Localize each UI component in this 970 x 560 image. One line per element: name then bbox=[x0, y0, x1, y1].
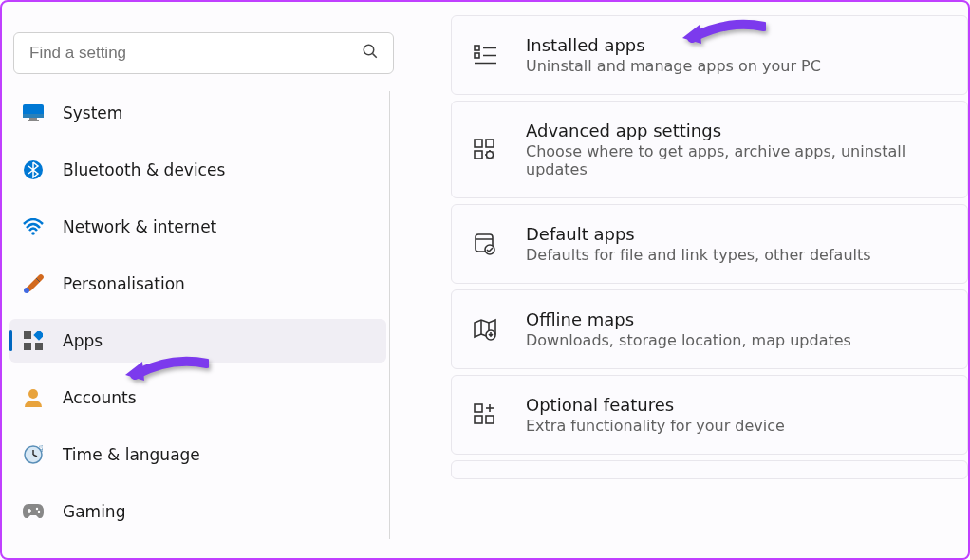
nav-label: Bluetooth & devices bbox=[63, 160, 225, 179]
optional-features-icon bbox=[473, 402, 497, 427]
card-title: Offline maps bbox=[526, 309, 946, 329]
card-offline-maps[interactable]: Offline maps Downloads, storage location… bbox=[451, 289, 968, 369]
card-sub: Uninstall and manage apps on your PC bbox=[526, 57, 946, 75]
svg-rect-37 bbox=[475, 404, 482, 412]
installed-apps-icon bbox=[473, 43, 497, 67]
card-sub: Extra functionality for your device bbox=[526, 417, 946, 435]
nav-label: System bbox=[63, 103, 122, 122]
svg-rect-27 bbox=[475, 140, 482, 147]
card-sub: Choose where to get apps, archive apps, … bbox=[526, 142, 946, 178]
svg-point-7 bbox=[31, 232, 35, 235]
svg-rect-4 bbox=[29, 118, 37, 120]
system-icon bbox=[23, 103, 44, 123]
card-text: Offline maps Downloads, storage location… bbox=[526, 309, 946, 349]
card-title: Installed apps bbox=[526, 35, 946, 55]
nav-label: Accounts bbox=[63, 388, 137, 407]
svg-point-13 bbox=[28, 389, 38, 399]
card-advanced-app-settings[interactable]: Advanced app settings Choose where to ge… bbox=[451, 101, 968, 198]
svg-rect-11 bbox=[24, 343, 31, 350]
svg-rect-5 bbox=[28, 120, 39, 121]
search-field[interactable] bbox=[13, 32, 394, 74]
sidebar-item-network[interactable]: Network & internet bbox=[9, 205, 386, 249]
bluetooth-icon bbox=[23, 159, 44, 180]
clock-icon: 字 bbox=[23, 444, 44, 465]
sidebar-item-accounts[interactable]: Accounts bbox=[9, 376, 386, 420]
brush-icon bbox=[23, 273, 44, 294]
nav-label: Gaming bbox=[63, 502, 125, 521]
svg-rect-24 bbox=[475, 53, 479, 58]
svg-point-19 bbox=[38, 511, 40, 513]
card-installed-apps[interactable]: Installed apps Uninstall and manage apps… bbox=[451, 15, 968, 95]
scroll-divider bbox=[389, 91, 390, 539]
svg-rect-22 bbox=[475, 46, 479, 50]
svg-point-8 bbox=[24, 288, 29, 293]
sidebar-item-apps[interactable]: Apps bbox=[9, 319, 386, 363]
svg-rect-38 bbox=[475, 416, 482, 423]
sidebar: System Bluetooth & devices Network & int… bbox=[2, 2, 415, 558]
nav-list: System Bluetooth & devices Network & int… bbox=[9, 91, 405, 558]
card-partial[interactable] bbox=[451, 460, 968, 479]
apps-icon bbox=[23, 330, 44, 351]
wifi-icon bbox=[23, 216, 44, 237]
sidebar-item-personalisation[interactable]: Personalisation bbox=[9, 262, 386, 306]
svg-rect-12 bbox=[35, 343, 43, 350]
advanced-settings-icon bbox=[473, 138, 497, 162]
svg-line-1 bbox=[373, 54, 377, 58]
sidebar-item-bluetooth[interactable]: Bluetooth & devices bbox=[9, 148, 386, 192]
nav-label: Network & internet bbox=[63, 217, 216, 236]
card-text: Advanced app settings Choose where to ge… bbox=[526, 121, 946, 178]
sidebar-item-time[interactable]: 字 Time & language bbox=[9, 433, 386, 476]
accounts-icon bbox=[23, 387, 44, 408]
search-icon bbox=[362, 43, 379, 64]
card-title: Default apps bbox=[526, 224, 946, 244]
svg-rect-29 bbox=[475, 151, 482, 159]
svg-text:字: 字 bbox=[39, 445, 43, 453]
maps-icon bbox=[473, 317, 497, 342]
svg-rect-9 bbox=[24, 331, 31, 339]
card-text: Default apps Defaults for file and link … bbox=[526, 224, 946, 264]
default-apps-icon bbox=[473, 232, 497, 256]
svg-rect-10 bbox=[33, 331, 43, 341]
svg-rect-3 bbox=[23, 114, 44, 118]
sidebar-item-system[interactable]: System bbox=[9, 91, 386, 135]
card-title: Advanced app settings bbox=[526, 121, 946, 140]
nav-label: Time & language bbox=[63, 445, 200, 464]
svg-rect-39 bbox=[486, 416, 494, 423]
card-text: Optional features Extra functionality fo… bbox=[526, 395, 946, 435]
card-optional-features[interactable]: Optional features Extra functionality fo… bbox=[451, 375, 968, 455]
card-title: Optional features bbox=[526, 395, 946, 415]
card-sub: Defaults for file and link types, other … bbox=[526, 246, 946, 264]
gaming-icon bbox=[23, 501, 44, 522]
card-default-apps[interactable]: Default apps Defaults for file and link … bbox=[451, 204, 968, 284]
card-text: Installed apps Uninstall and manage apps… bbox=[526, 35, 946, 75]
svg-point-18 bbox=[36, 508, 38, 510]
content: Installed apps Uninstall and manage apps… bbox=[415, 2, 968, 558]
card-sub: Downloads, storage location, map updates bbox=[526, 331, 946, 349]
nav-label: Personalisation bbox=[63, 274, 185, 293]
sidebar-item-gaming[interactable]: Gaming bbox=[9, 490, 386, 533]
search-input[interactable] bbox=[13, 32, 394, 74]
avatar bbox=[19, 13, 53, 21]
nav-label: Apps bbox=[63, 331, 103, 350]
svg-rect-28 bbox=[486, 140, 494, 147]
svg-point-0 bbox=[364, 45, 374, 55]
